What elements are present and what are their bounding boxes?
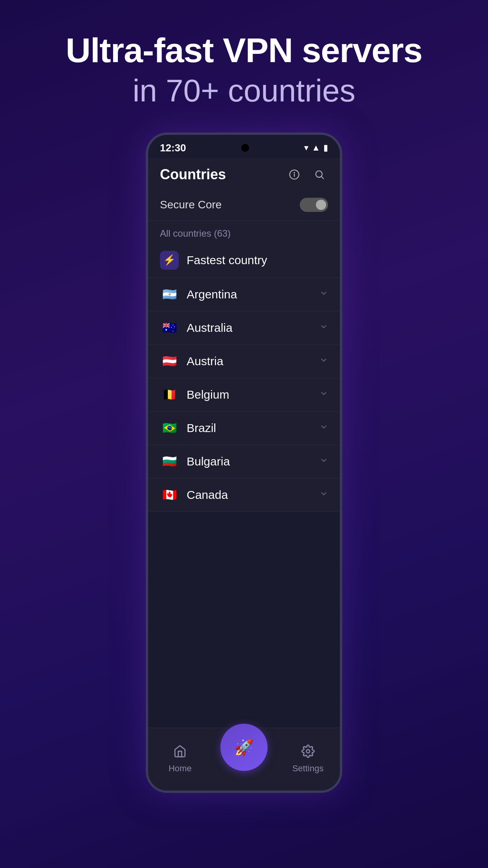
chevron-down-icon [319, 289, 328, 300]
top-bar-action-icons [286, 166, 328, 183]
flag-brazil: 🇧🇷 [160, 419, 179, 438]
flag-argentina: 🇦🇷 [160, 285, 179, 304]
chevron-down-icon [319, 489, 328, 500]
nav-settings[interactable]: Settings [284, 745, 332, 774]
flag-belgium: 🇧🇪 [160, 385, 179, 404]
svg-line-4 [321, 177, 323, 178]
flag-australia: 🇦🇺 [160, 318, 179, 337]
country-name: Brazil [187, 421, 319, 435]
all-countries-label: All countries (63) [148, 221, 340, 243]
status-icons: ▾ ▲ ▮ [304, 143, 328, 153]
country-item-belgium[interactable]: 🇧🇪Belgium [148, 378, 340, 412]
country-name: Bulgaria [187, 455, 319, 468]
lightning-icon: ⚡ [160, 251, 179, 270]
battery-icon: ▮ [323, 143, 328, 153]
status-time: 12:30 [160, 142, 186, 154]
connect-button[interactable]: 🚀 [220, 724, 268, 771]
fastest-country-item[interactable]: ⚡ Fastest country [148, 243, 340, 278]
country-item-canada[interactable]: 🇨🇦Canada [148, 478, 340, 512]
home-icon [173, 745, 187, 761]
country-list: 🇦🇷Argentina🇦🇺Australia🇦🇹Austria🇧🇪Belgium… [148, 278, 340, 512]
country-name: Austria [187, 355, 319, 368]
country-name: Australia [187, 321, 319, 335]
svg-point-5 [306, 750, 310, 753]
chevron-down-icon [319, 423, 328, 434]
flag-bulgaria: 🇧🇬 [160, 452, 179, 471]
country-item-brazil[interactable]: 🇧🇷Brazil [148, 412, 340, 445]
flag-austria: 🇦🇹 [160, 352, 179, 371]
status-bar: 12:30 ▾ ▲ ▮ [148, 135, 340, 158]
country-name: Canada [187, 488, 319, 502]
phone-screen: 12:30 ▾ ▲ ▮ Countries [148, 135, 340, 791]
chevron-down-icon [319, 456, 328, 467]
chevron-down-icon [319, 356, 328, 367]
lightning-symbol: ⚡ [163, 254, 176, 266]
country-item-austria[interactable]: 🇦🇹Austria [148, 345, 340, 378]
header-title-line2: in 70+ countries [66, 73, 422, 109]
secure-core-label: Secure Core [160, 199, 222, 211]
wifi-icon: ▾ [304, 143, 308, 153]
country-name: Argentina [187, 288, 319, 301]
country-item-australia[interactable]: 🇦🇺Australia [148, 311, 340, 345]
nav-home[interactable]: Home [156, 745, 204, 774]
fastest-country-label: Fastest country [187, 254, 267, 267]
search-button[interactable] [311, 166, 328, 183]
signal-icon: ▲ [312, 143, 320, 153]
header: Ultra-fast VPN servers in 70+ countries [66, 0, 422, 132]
country-item-argentina[interactable]: 🇦🇷Argentina [148, 278, 340, 311]
top-bar: Countries [148, 158, 340, 189]
top-bar-title: Countries [160, 166, 226, 183]
camera-notch [241, 144, 249, 152]
rocket-icon: 🚀 [234, 738, 254, 757]
country-name: Belgium [187, 388, 319, 401]
settings-label: Settings [292, 763, 324, 774]
secure-core-toggle[interactable] [300, 198, 328, 212]
chevron-down-icon [319, 389, 328, 400]
home-label: Home [169, 763, 192, 774]
country-item-bulgaria[interactable]: 🇧🇬Bulgaria [148, 445, 340, 478]
header-title-line1: Ultra-fast VPN servers [66, 31, 422, 70]
phone-mockup: 12:30 ▾ ▲ ▮ Countries [146, 132, 342, 793]
info-button[interactable] [286, 166, 303, 183]
flag-canada: 🇨🇦 [160, 485, 179, 504]
chevron-down-icon [319, 322, 328, 333]
secure-core-row[interactable]: Secure Core [148, 189, 340, 221]
settings-icon [301, 745, 315, 761]
bottom-nav: Home 🚀 Settings [148, 728, 340, 791]
